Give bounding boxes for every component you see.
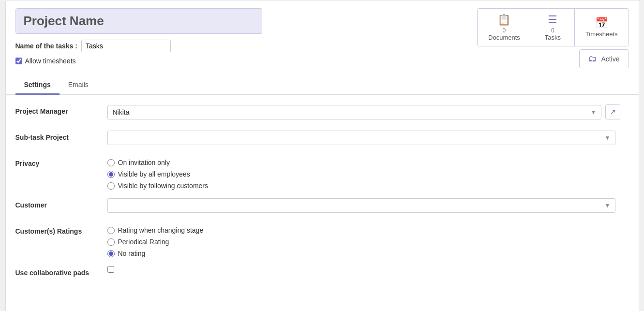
documents-button[interactable]: 📋 0 Documents	[478, 9, 531, 46]
project-manager-select-wrapper: Nikita ▼	[107, 105, 601, 119]
privacy-control: On invitation only Visible by all employ…	[107, 157, 629, 190]
privacy-invitation-option[interactable]: On invitation only	[107, 159, 629, 166]
active-button[interactable]: 🗂 Active	[579, 49, 629, 68]
collab-pads-row: Use collaborative pads	[15, 266, 629, 283]
privacy-customers-radio[interactable]	[107, 182, 115, 190]
collab-pads-checkbox[interactable]	[107, 266, 114, 273]
collab-pads-control	[107, 266, 629, 274]
ratings-control: Rating when changing stage Periodical Ra…	[107, 224, 629, 257]
active-label: Active	[601, 55, 619, 63]
privacy-all-employees-option[interactable]: Visible by all employees	[107, 170, 629, 178]
allow-timesheets-checkbox[interactable]	[15, 58, 22, 64]
project-manager-control: Nikita ▼ ↗	[107, 104, 629, 119]
rating-stage-option[interactable]: Rating when changing stage	[107, 226, 629, 234]
subtask-project-row: Sub-task Project ▼	[15, 131, 629, 148]
project-name-input[interactable]	[15, 8, 262, 34]
privacy-all-employees-label: Visible by all employees	[118, 170, 190, 178]
timesheets-icon: 📅	[595, 17, 608, 30]
main-container: Name of the tasks : Allow timesheets 📋 0…	[5, 0, 639, 311]
subtask-project-label: Sub-task Project	[15, 131, 107, 141]
ratings-radio-group: Rating when changing stage Periodical Ra…	[107, 224, 629, 257]
customer-label: Customer	[15, 198, 107, 209]
subtask-project-select[interactable]	[107, 131, 615, 145]
tasks-label: Tasks	[545, 34, 561, 41]
allow-timesheets-label: Allow timesheets	[25, 57, 76, 65]
external-link-icon: ↗	[610, 107, 616, 117]
project-manager-select[interactable]: Nikita	[107, 105, 601, 119]
documents-icon: 📋	[497, 14, 510, 26]
task-name-row: Name of the tasks :	[15, 40, 478, 52]
ratings-row: Customer(s) Ratings Rating when changing…	[15, 224, 629, 257]
customer-row: Customer ▼	[15, 198, 629, 216]
tabs-row: Settings Emails	[6, 76, 639, 95]
task-name-label: Name of the tasks :	[15, 42, 77, 50]
rating-periodical-radio[interactable]	[107, 238, 115, 246]
timesheets-button[interactable]: 📅 Timesheets	[575, 9, 629, 46]
rating-periodical-option[interactable]: Periodical Rating	[107, 238, 629, 246]
project-manager-select-row: Nikita ▼ ↗	[107, 104, 620, 119]
task-name-input[interactable]	[81, 40, 171, 52]
project-manager-row: Project Manager Nikita ▼ ↗	[15, 104, 629, 122]
project-manager-external-link[interactable]: ↗	[605, 104, 620, 119]
documents-label: Documents	[488, 34, 520, 41]
rating-no-rating-label: No rating	[118, 250, 146, 257]
rating-periodical-label: Periodical Rating	[118, 238, 169, 246]
subtask-project-select-wrapper: ▼	[107, 131, 615, 145]
privacy-invitation-radio[interactable]	[107, 159, 115, 166]
timesheets-label: Timesheets	[585, 30, 618, 38]
privacy-radio-group: On invitation only Visible by all employ…	[107, 157, 629, 190]
rating-stage-radio[interactable]	[107, 227, 115, 234]
documents-count: 0	[503, 27, 506, 34]
subtask-project-control: ▼	[107, 131, 629, 145]
right-top: 📋 0 Documents ☰ 0 Tasks 📅 Timesheets 🗂 A…	[477, 8, 629, 68]
customer-control: ▼	[107, 198, 629, 213]
rating-no-rating-option[interactable]: No rating	[107, 250, 629, 257]
privacy-all-employees-radio[interactable]	[107, 171, 115, 178]
top-buttons-row: 📋 0 Documents ☰ 0 Tasks 📅 Timesheets	[477, 8, 629, 46]
settings-content: Project Manager Nikita ▼ ↗ Sub-task Pr	[6, 95, 639, 307]
top-section: Name of the tasks : Allow timesheets 📋 0…	[6, 0, 639, 76]
tasks-count: 0	[551, 27, 554, 34]
active-icon: 🗂	[588, 54, 597, 64]
tab-settings[interactable]: Settings	[15, 76, 60, 95]
collab-pads-label: Use collaborative pads	[15, 266, 107, 277]
left-top: Name of the tasks : Allow timesheets	[15, 8, 478, 65]
allow-timesheets-row: Allow timesheets	[15, 57, 478, 65]
privacy-invitation-label: On invitation only	[118, 159, 170, 166]
ratings-label: Customer(s) Ratings	[15, 224, 107, 235]
tasks-icon: ☰	[548, 14, 557, 26]
customer-select[interactable]	[107, 198, 615, 213]
project-manager-label: Project Manager	[15, 104, 107, 115]
privacy-label: Privacy	[15, 157, 107, 167]
rating-no-rating-radio[interactable]	[107, 250, 115, 257]
customer-select-wrapper: ▼	[107, 198, 615, 213]
rating-stage-label: Rating when changing stage	[118, 226, 204, 234]
tasks-button[interactable]: ☰ 0 Tasks	[531, 9, 575, 46]
tab-emails[interactable]: Emails	[60, 76, 97, 95]
privacy-customers-label: Visible by following customers	[118, 182, 209, 190]
privacy-row: Privacy On invitation only Visible by al…	[15, 157, 629, 190]
privacy-customers-option[interactable]: Visible by following customers	[107, 182, 629, 190]
